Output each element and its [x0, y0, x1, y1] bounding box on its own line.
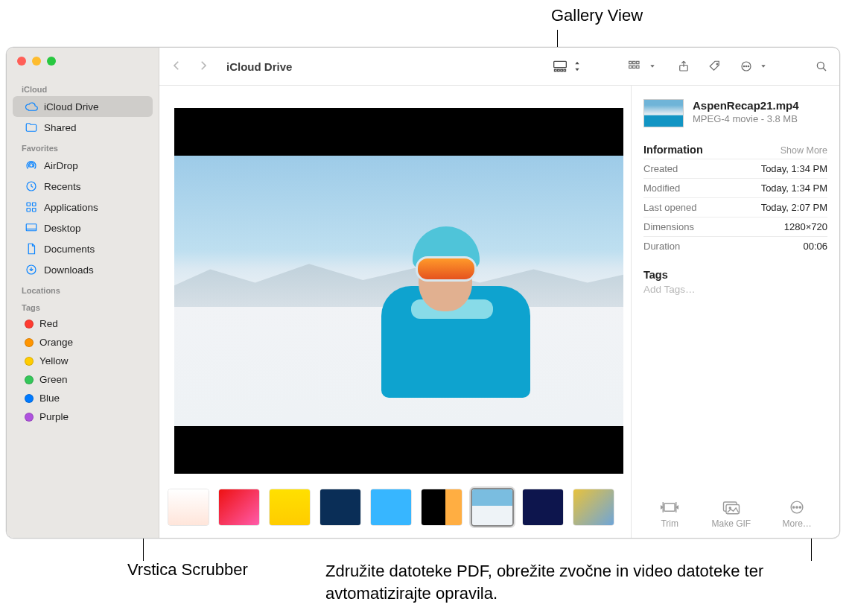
show-more-button[interactable]: Show More — [781, 145, 827, 156]
nav-buttons — [170, 58, 210, 75]
info-value: Today, 1:34 PM — [761, 182, 827, 194]
sidebar-item-recents[interactable]: Recents — [13, 176, 153, 197]
download-icon — [25, 263, 38, 276]
minimize-button[interactable] — [32, 57, 41, 66]
sidebar-tag-blue[interactable]: Blue — [13, 389, 153, 407]
svg-point-23 — [746, 66, 747, 67]
callout-gallery-view: Gallery View — [551, 6, 643, 25]
desktop-icon — [25, 221, 38, 235]
gallery-view-button[interactable] — [553, 60, 585, 73]
callout-quick-actions: Združite datoteke PDF, obrežite zvočne i… — [325, 560, 817, 604]
make-gif-icon — [721, 499, 742, 515]
info-value: 00:06 — [803, 241, 827, 252]
sidebar-item-downloads[interactable]: Downloads — [13, 259, 153, 280]
sidebar-tag-purple[interactable]: Purple — [13, 407, 153, 426]
svg-point-0 — [30, 164, 34, 168]
tag-dot-icon — [25, 320, 34, 328]
quick-action-label: Trim — [661, 518, 678, 529]
tag-dot-icon — [25, 338, 34, 347]
sidebar-item-label: Desktop — [44, 223, 81, 234]
toolbar: iCloud Drive — [159, 48, 839, 85]
add-tags-field[interactable]: Add Tags… — [643, 284, 827, 295]
window-controls — [7, 57, 159, 79]
thumb-5[interactable] — [371, 489, 411, 525]
sidebar-item-label: Applications — [44, 202, 98, 213]
tag-dot-icon — [25, 394, 34, 403]
sidebar-item-applications[interactable]: Applications — [13, 197, 153, 217]
sidebar-item-shared[interactable]: Shared — [13, 117, 153, 138]
preview-frame[interactable] — [174, 108, 623, 474]
sidebar-section-icloud: iCloud — [7, 79, 159, 96]
more-icon — [786, 499, 807, 515]
svg-rect-26 — [664, 504, 675, 512]
info-thumbnail — [643, 99, 684, 127]
maximize-button[interactable] — [47, 57, 56, 66]
information-header: Information — [643, 144, 703, 156]
sidebar-item-desktop[interactable]: Desktop — [13, 217, 153, 238]
svg-point-25 — [817, 62, 824, 69]
back-button[interactable] — [170, 58, 183, 75]
close-button[interactable] — [17, 57, 26, 66]
sidebar: iCloud iCloud Drive Shared Favorites Air… — [7, 48, 159, 538]
scrubber-bar[interactable] — [159, 484, 631, 538]
sidebar-tag-green[interactable]: Green — [13, 370, 153, 389]
thumb-7[interactable] — [472, 489, 512, 525]
forward-button[interactable] — [197, 58, 210, 75]
share-button[interactable] — [676, 60, 691, 73]
thumb-2[interactable] — [219, 489, 259, 525]
thumb-9[interactable] — [573, 489, 614, 525]
sidebar-item-label: Yellow — [39, 355, 69, 366]
svg-point-31 — [793, 507, 795, 508]
sidebar-item-icloud-drive[interactable]: iCloud Drive — [13, 96, 153, 117]
sidebar-item-airdrop[interactable]: AirDrop — [13, 155, 153, 176]
svg-rect-12 — [564, 69, 566, 72]
quick-action-label: More… — [782, 518, 811, 529]
content-row: AspenRecap21.mp4 MPEG-4 movie - 3.8 MB I… — [159, 85, 839, 538]
svg-point-33 — [799, 507, 801, 508]
svg-rect-3 — [33, 203, 36, 206]
sidebar-item-label: Downloads — [44, 264, 94, 276]
svg-rect-13 — [629, 61, 632, 63]
info-key: Duration — [643, 241, 680, 252]
info-key: Modified — [643, 182, 680, 194]
svg-rect-6 — [26, 224, 36, 231]
svg-rect-15 — [637, 61, 639, 63]
info-value: 1280×720 — [784, 221, 827, 232]
search-button[interactable] — [814, 60, 829, 73]
group-button[interactable] — [628, 60, 660, 73]
svg-rect-17 — [633, 66, 635, 68]
info-key: Dimensions — [643, 221, 694, 232]
more-quick-action-button[interactable]: More… — [782, 499, 811, 529]
thumb-1[interactable] — [168, 489, 209, 525]
quick-action-label: Make GIF — [711, 518, 751, 529]
more-actions-button[interactable] — [739, 60, 771, 73]
sidebar-section-locations: Locations — [7, 280, 159, 297]
svg-point-32 — [796, 507, 798, 508]
quick-actions: Trim Make GIF More… — [643, 487, 827, 529]
trim-button[interactable]: Trim — [659, 499, 680, 529]
file-subtitle: MPEG-4 movie - 3.8 MB — [693, 113, 799, 124]
svg-point-22 — [743, 66, 745, 67]
sidebar-item-label: AirDrop — [44, 160, 78, 171]
sidebar-item-label: Orange — [39, 337, 73, 348]
sidebar-tag-red[interactable]: Red — [13, 314, 153, 333]
info-row: Last openedToday, 2:07 PM — [643, 197, 827, 217]
sidebar-tag-yellow[interactable]: Yellow — [13, 352, 153, 370]
thumb-3[interactable] — [270, 489, 310, 525]
info-key: Created — [643, 163, 678, 174]
preview-column — [159, 86, 631, 538]
sidebar-item-label: Shared — [44, 122, 77, 133]
thumb-6[interactable] — [422, 489, 462, 525]
info-value: Today, 1:34 PM — [761, 163, 827, 174]
svg-point-20 — [716, 63, 718, 65]
sidebar-item-documents[interactable]: Documents — [13, 238, 153, 259]
thumb-8[interactable] — [523, 489, 563, 525]
tags-button[interactable] — [708, 60, 722, 73]
trim-icon — [659, 499, 680, 515]
sidebar-tag-orange[interactable]: Orange — [13, 333, 153, 352]
thumb-4[interactable] — [320, 489, 360, 525]
info-row: Dimensions1280×720 — [643, 217, 827, 236]
make-gif-button[interactable]: Make GIF — [711, 499, 751, 529]
tag-dot-icon — [25, 413, 34, 422]
preview-image — [174, 156, 623, 426]
